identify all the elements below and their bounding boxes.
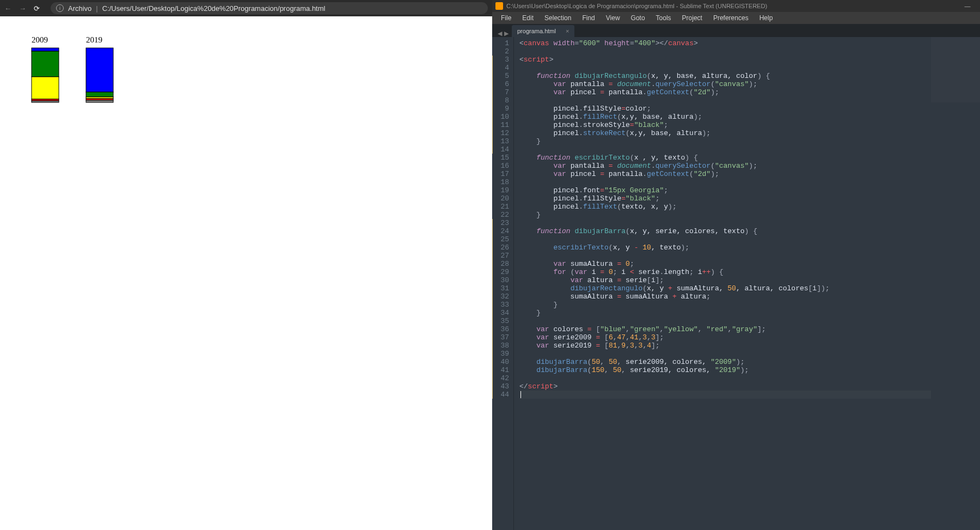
line-number: 15 [492,154,509,162]
code-line[interactable]: pincel.font="15px Georgia"; [519,186,931,194]
code-line[interactable]: } [519,309,931,317]
separator: | [96,4,97,13]
code-line[interactable] [519,219,931,227]
tab-prev-icon[interactable]: ◀ [498,30,502,37]
code-line[interactable]: escribirTexto(x, y - 10, texto); [519,243,931,252]
minimap-viewport[interactable] [931,37,980,102]
code-line[interactable]: } [519,137,931,145]
code-line[interactable]: var pantalla = document.querySelector("c… [519,162,931,170]
minimize-icon[interactable]: — [958,3,977,9]
menu-project[interactable]: Project [677,14,708,22]
menu-help[interactable]: Help [754,14,779,22]
line-number: 21 [492,203,509,211]
editor-body[interactable]: 1234567891011121314151617181920212223242… [492,37,980,530]
line-number: 31 [492,284,509,293]
menu-edit[interactable]: Edit [517,14,539,22]
code-line[interactable] [519,317,931,325]
editor-titlebar: C:\Users\User\Desktop\Logica de Programa… [492,0,980,12]
menu-file[interactable]: File [495,14,517,22]
menu-selection[interactable]: Selection [539,14,577,22]
code-line[interactable]: dibujarRectangulo(x, y + sumaAltura, 50,… [519,284,931,293]
line-number: 25 [492,235,509,243]
code-line[interactable]: var pantalla = document.querySelector("c… [519,80,931,88]
menu-find[interactable]: Find [577,14,600,22]
code-line[interactable] [519,96,931,105]
code-line[interactable]: var pincel = pantalla.getContext("2d"); [519,170,931,178]
code-line[interactable] [519,374,931,382]
code-line[interactable] [519,178,931,186]
code-line[interactable]: sumaAltura = sumaAltura + altura; [519,293,931,301]
line-number: 2 [492,47,509,56]
line-number: 17 [492,170,509,178]
code-line[interactable] [519,235,931,243]
info-icon[interactable]: i [56,4,64,12]
code-line[interactable]: pincel.strokeStyle="black"; [519,121,931,129]
tab-label: programa.html [517,28,556,34]
menu-goto[interactable]: Goto [626,14,651,22]
code-line[interactable]: pincel.fillText(texto, x, y); [519,203,931,211]
line-number: 4 [492,64,509,72]
browser-window: ← → ⟳ i Archivo | C:/Users/User/Desktop/… [0,0,492,530]
code-line[interactable]: pincel.strokeRect(x,y, base, altura); [519,129,931,137]
line-number: 41 [492,366,509,374]
line-number: 26 [492,243,509,252]
app-icon [495,2,503,10]
address-bar[interactable]: i Archivo | C:/Users/User/Desktop/Logica… [51,2,488,14]
tab-programa[interactable]: programa.html × [512,25,574,37]
reload-icon[interactable]: ⟳ [34,4,40,13]
code-line[interactable] [519,64,931,72]
line-number: 6 [492,80,509,88]
code-line[interactable]: } [519,301,931,309]
line-number: 38 [492,342,509,350]
gutter: 1234567891011121314151617181920212223242… [492,37,514,530]
code-line[interactable]: pincel.fillStyle=color; [519,105,931,113]
code-line[interactable]: dibujarBarra(50, 50, serie2009, colores,… [519,358,931,366]
code-line[interactable] [519,252,931,260]
code-line[interactable] [519,350,931,358]
code-line[interactable]: pincel.fillStyle="black"; [519,194,931,203]
code-line[interactable]: </script> [519,382,931,391]
line-number: 37 [492,333,509,342]
code-line[interactable] [519,145,931,154]
code-line[interactable]: <script> [519,56,931,64]
code-line[interactable]: <canvas width="600" height="400"></canva… [519,39,931,47]
code-line[interactable]: var sumaAltura = 0; [519,260,931,268]
code-line[interactable]: function dibujarBarra(x, y, serie, color… [519,227,931,235]
tab-next-icon[interactable]: ▶ [504,30,509,37]
line-number: 28 [492,260,509,268]
line-number: 19 [492,186,509,194]
tab-nav: ◀ ▶ [494,30,512,37]
code-line[interactable]: var serie2009 = [6,47,41,3,3]; [519,333,931,342]
browser-toolbar: ← → ⟳ i Archivo | C:/Users/User/Desktop/… [0,0,492,16]
menu-preferences[interactable]: Preferences [708,14,754,22]
menu-view[interactable]: View [601,14,626,22]
line-number: 33 [492,301,509,309]
code-line[interactable] [519,391,931,399]
minimap[interactable] [931,37,980,530]
code-line[interactable]: var altura = serie[i]; [519,276,931,284]
code-line[interactable]: function escribirTexto(x , y, texto) { [519,154,931,162]
code-line[interactable]: var colores = ["blue","green","yellow", … [519,325,931,333]
back-icon[interactable]: ← [4,4,11,13]
code-line[interactable]: } [519,211,931,219]
line-number: 23 [492,219,509,227]
code-line[interactable]: for (var i = 0; i < serie.length; i++) { [519,268,931,276]
menu-tools[interactable]: Tools [651,14,677,22]
code-line[interactable]: dibujarBarra(150, 50, serie2019, colores… [519,366,931,374]
line-number: 13 [492,137,509,145]
code-line[interactable]: var pincel = pantalla.getContext("2d"); [519,88,931,96]
close-icon[interactable]: × [566,28,569,34]
tab-bar: ◀ ▶ programa.html × [492,24,980,37]
code-line[interactable]: pincel.fillRect(x,y, base, altura); [519,113,931,121]
code-area[interactable]: <canvas width="600" height="400"></canva… [514,37,931,530]
line-number: 43 [492,382,509,391]
line-number: 9 [492,105,509,113]
code-line[interactable] [519,47,931,56]
url-scheme-label: Archivo [68,4,91,13]
line-number: 44 [492,391,509,399]
forward-icon[interactable]: → [19,4,26,13]
code-line[interactable]: var serie2019 = [81,9,3,3,4]; [519,342,931,350]
line-number: 1 [492,39,509,47]
code-line[interactable]: function dibujarRectangulo(x, y, base, a… [519,72,931,80]
line-number: 16 [492,162,509,170]
